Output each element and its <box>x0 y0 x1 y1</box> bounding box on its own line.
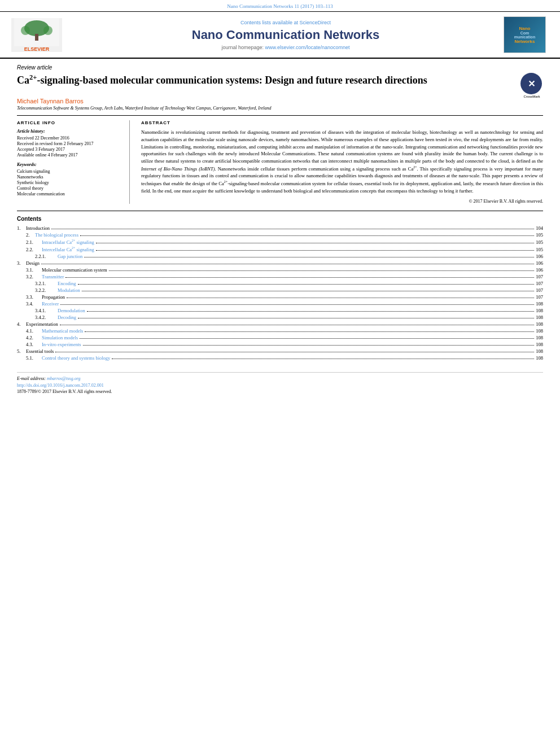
toc-page: 105 <box>536 232 543 238</box>
elsevier-tree-icon <box>14 18 59 46</box>
toc-item-3-4-1: 3.4.1. Demodulation 108 <box>35 308 543 313</box>
toc-dots <box>112 355 534 359</box>
svg-point-4 <box>43 26 53 35</box>
toc-dots <box>41 260 534 264</box>
elsevier-logo-image: ELSEVIER <box>11 18 62 52</box>
toc-number: 2.2. <box>26 247 42 252</box>
keyword-5: Molecular communication <box>17 191 121 196</box>
toc-dots <box>65 273 534 278</box>
contents-header: Contents <box>17 216 543 222</box>
toc-page: 108 <box>536 301 543 307</box>
journal-homepage: journal homepage: www.elsevier.com/locat… <box>68 45 504 50</box>
toc-item-3-4-2: 3.4.2. Decoding 108 <box>35 314 543 320</box>
toc-item-3-1: 3.1. Molecular communication system 106 <box>26 267 543 273</box>
doi-line[interactable]: http://dx.doi.org/10.1016/j.nancom.2017.… <box>17 383 543 388</box>
toc-item-1: 1. Introduction 104 <box>17 225 543 231</box>
toc-page: 107 <box>536 281 543 286</box>
elsevier-wordmark: ELSEVIER <box>24 46 50 52</box>
toc-dots <box>109 267 535 271</box>
author-name: Michael Taynnan Barros <box>17 98 543 104</box>
toc-number: 3.4.2. <box>35 314 58 320</box>
toc-dots <box>83 341 535 346</box>
toc-title: In-vitro experiments <box>42 342 81 347</box>
toc-number: 3.3. <box>26 294 42 300</box>
toc-title: Gap junction <box>58 254 82 259</box>
journal-center: Contents lists available at ScienceDirec… <box>68 20 504 50</box>
toc-title: Receiver <box>42 301 59 307</box>
toc-number: 4. <box>17 321 26 327</box>
toc-number: 1. <box>17 225 26 231</box>
toc-title: Molecular communication system <box>42 267 107 273</box>
toc-page: 106 <box>536 267 543 273</box>
sciencedirect-link-text[interactable]: ScienceDirect <box>300 20 331 25</box>
elsevier-logo: ELSEVIER <box>11 18 68 52</box>
toc-page: 107 <box>536 287 543 293</box>
journal-title: Nano Communication Networks <box>68 28 504 42</box>
toc-number: 5. <box>17 348 26 354</box>
history-received: Received 22 December 2016 <box>17 136 121 141</box>
toc-item-3-2-2: 3.2.2. Modulation 107 <box>35 287 543 293</box>
toc-number: 3.2. <box>26 274 42 279</box>
toc-item-5-1: 5.1. Control theory and systems biology … <box>26 355 543 361</box>
toc-number: 5.1. <box>26 355 42 361</box>
copyright-line: © 2017 Elsevier B.V. All rights reserved… <box>141 199 543 204</box>
keyword-1: Calcium signaling <box>17 169 121 174</box>
toc-page: 105 <box>536 247 543 252</box>
toc-title: Intercellular Ca2+ signaling <box>42 246 94 252</box>
toc-page: 107 <box>536 294 543 300</box>
toc-item-3-4: 3.4. Receiver 108 <box>26 301 543 307</box>
toc-title: Mathematical models <box>42 328 83 334</box>
toc-dots <box>84 253 534 257</box>
toc-item-4-2: 4.2. Simulation models 108 <box>26 335 543 340</box>
footer-section: E-mail address: mbarros@tssg.org http://… <box>17 372 543 394</box>
toc-number: 3.1. <box>26 267 42 273</box>
toc-dots <box>78 314 534 318</box>
toc-item-2-2-1: 2.2.1. Gap junction 106 <box>35 254 543 259</box>
toc-item-4-3: 4.3. In-vitro experiments 108 <box>26 342 543 347</box>
toc-page: 106 <box>536 254 543 259</box>
journal-url[interactable]: www.elsevier.com/locate/nanocomnet <box>265 45 350 50</box>
toc-title: Design <box>26 260 40 266</box>
email-address[interactable]: mbarros@tssg.org <box>47 376 80 381</box>
toc-title: Transmitter <box>42 274 64 279</box>
toc-dots <box>82 287 535 291</box>
toc-dots <box>55 348 534 352</box>
toc-item-2: 2. The biological process 105 <box>26 232 543 238</box>
toc-page: 107 <box>536 274 543 279</box>
abstract-column: ABSTRACT Nanomedicine is revolutionizing… <box>141 120 543 204</box>
toc-dots <box>80 231 534 236</box>
article-title-section: Ca2+-signaling-based molecular communica… <box>17 73 543 95</box>
toc-page: 106 <box>536 260 543 266</box>
journal-banner: ELSEVIER Contents lists available at Sci… <box>0 12 560 59</box>
toc-page: 108 <box>536 335 543 340</box>
toc-title: Essential tools <box>26 348 54 354</box>
author-affiliation: Telecommunication Software & Systems Gro… <box>17 106 543 111</box>
toc-number: 2. <box>26 232 35 238</box>
history-online: Available online 4 February 2017 <box>17 152 121 158</box>
toc-title: Encoding <box>58 281 76 286</box>
toc-number: 4.3. <box>26 342 42 347</box>
toc-number: 2.2.1. <box>35 254 58 259</box>
article-info-header: ARTICLE INFO <box>17 120 121 125</box>
toc-number: 4.2. <box>26 335 42 340</box>
toc-item-3-2: 3.2. Transmitter 107 <box>26 274 543 279</box>
article-history-label: Article history: <box>17 129 121 134</box>
article-main: Review article Ca2+-signaling-based mole… <box>0 59 560 405</box>
toc-number: 3.4. <box>26 301 42 307</box>
article-info-column: ARTICLE INFO Article history: Received 2… <box>17 120 130 204</box>
email-line: E-mail address: mbarros@tssg.org <box>17 376 543 381</box>
article-body: ARTICLE INFO Article history: Received 2… <box>17 115 543 204</box>
sciencedirect-text: Contents lists available at ScienceDirec… <box>68 20 504 25</box>
toc-page: 108 <box>536 348 543 354</box>
toc-page: 105 <box>536 239 543 245</box>
toc-title: Control theory and systems biology <box>42 355 110 361</box>
toc-title: Experimentation <box>26 321 58 327</box>
toc-number: 3.4.1. <box>35 308 58 313</box>
toc-number: 3.2.2. <box>35 287 58 293</box>
toc-dots <box>60 300 534 305</box>
abstract-text: Nanomedicine is revolutionizing current … <box>141 129 543 194</box>
toc-number: 4.1. <box>26 328 42 334</box>
toc-page: 108 <box>536 308 543 313</box>
toc-item-3: 3. Design 106 <box>17 260 543 266</box>
nano-logo-box: Nano Com munication Networks <box>504 16 546 53</box>
